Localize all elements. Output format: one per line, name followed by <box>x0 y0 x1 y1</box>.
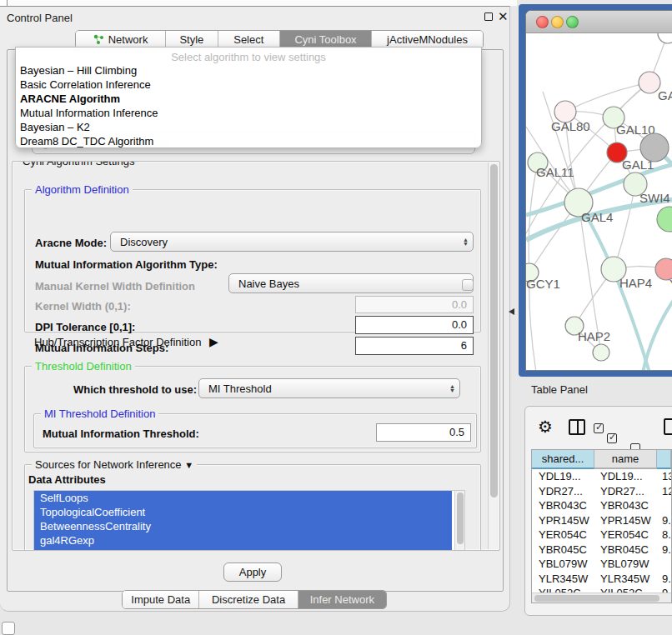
checked-box-icon[interactable] <box>594 423 604 433</box>
application-root: Control Panel ✕ Network Style Select Cyn… <box>0 0 672 635</box>
minimized-panel-icon[interactable] <box>2 622 15 635</box>
apply-button-label: Apply <box>239 566 267 578</box>
tab-label: Infer Network <box>310 593 374 606</box>
attributes-scrollbar[interactable] <box>454 491 464 551</box>
float-window-icon[interactable] <box>484 12 493 21</box>
network-node[interactable] <box>657 207 672 232</box>
network-canvas[interactable]: GALGAL80GAL10GAL1GAL11SWI4GAL4GCY1HAP4YH… <box>526 33 672 371</box>
mi-threshold-group-title: MI Threshold Definition <box>41 408 158 420</box>
data-attributes-label: Data Attributes <box>28 473 106 486</box>
tab-select[interactable]: Select <box>218 31 280 48</box>
table-header-row: shared... name <box>532 450 671 469</box>
kernel-width-field[interactable]: 0.0 <box>355 296 474 313</box>
network-node-label: SWI4 <box>639 191 670 205</box>
algorithm-option[interactable]: Basic Correlation Inference <box>20 78 151 91</box>
tab-label: Cyni Toolbox <box>294 33 356 46</box>
top-strip <box>0 0 517 6</box>
attribute-item-selected[interactable]: BetweennessCentrality <box>34 519 452 533</box>
sources-group-title: Sources for Network Inference ▼ <box>32 458 197 471</box>
kernel-width-label: Kernel Width (0,1): <box>35 300 131 312</box>
mi-type-combobox[interactable]: Naive Bayes ▲▼ <box>228 273 474 293</box>
table-row[interactable]: YBR045CYBR045C9. <box>532 542 671 558</box>
network-node[interactable] <box>593 344 609 361</box>
mouse-cursor <box>509 308 514 315</box>
which-threshold-value: MI Threshold <box>208 382 272 395</box>
tab-label: Impute Data <box>131 593 190 606</box>
apply-button[interactable]: Apply <box>223 562 282 582</box>
column-header-partial[interactable] <box>657 450 671 469</box>
algorithm-definition-group: Algorithm Definition Aracne Mode: Discov… <box>24 189 481 332</box>
network-node[interactable] <box>640 133 669 162</box>
expand-arrow-icon: ▶ <box>209 335 218 348</box>
threshold-definition-title: Threshold Definition <box>32 360 135 372</box>
document-icon-partial[interactable] <box>664 418 672 435</box>
table-row[interactable]: YBR043CYBR043C <box>532 498 671 513</box>
mi-type-value: Naive Bayes <box>238 278 299 290</box>
column-header-name[interactable]: name <box>594 450 657 469</box>
zoom-traffic-light[interactable] <box>566 16 579 28</box>
algorithm-option[interactable]: Bayesian – Hill Climbing <box>20 64 137 77</box>
attributes-scrollbar-thumb[interactable] <box>457 492 464 544</box>
algorithm-option[interactable]: Bayesian – K2 <box>20 121 90 133</box>
algorithm-option[interactable]: Mutual Information Inference <box>20 107 158 119</box>
table-h-scrollbar[interactable] <box>532 592 671 603</box>
attribute-item-selected[interactable]: SelfLoops <box>34 491 452 505</box>
sources-group: Sources for Network Inference ▼ Data Att… <box>24 464 481 551</box>
manual-kernel-checkbox[interactable] <box>462 279 474 291</box>
attribute-item-selected[interactable]: TopologicalCoefficient <box>34 505 452 519</box>
checked-box-icon[interactable] <box>607 433 617 443</box>
close-icon[interactable]: ✕ <box>498 9 509 24</box>
settings-scrollbar[interactable] <box>488 162 499 549</box>
attribute-item-clipped[interactable] <box>34 548 452 551</box>
aracne-mode-combobox[interactable]: Discovery ▲▼ <box>110 232 474 252</box>
mi-threshold-group: MI Threshold Definition Mutual Informati… <box>33 413 477 448</box>
minimize-traffic-light[interactable] <box>551 16 564 28</box>
table-row[interactable]: YPR145WYPR145W9. <box>532 513 671 528</box>
network-node-label: HAP2 <box>578 329 610 343</box>
column-header-shared-name[interactable]: shared... <box>532 450 594 469</box>
hub-definition-label: Hub/Transcription Factor Definition <box>34 336 201 348</box>
data-attributes-list[interactable]: SelfLoops TopologicalCoefficient Between… <box>33 490 465 551</box>
tab-impute-data[interactable]: Impute Data <box>123 591 199 608</box>
mi-threshold-field[interactable]: 0.5 <box>376 423 471 442</box>
gear-icon[interactable]: ⚙ <box>538 417 553 437</box>
network-node-label: GAL4 <box>581 210 613 224</box>
algorithm-option-highlighted[interactable]: ARACNE Algorithm <box>20 92 120 105</box>
network-node-label: HAP4 <box>619 276 652 290</box>
table-row[interactable]: YDL19...YDL19...13 <box>532 469 671 484</box>
mi-type-label: Mutual Information Algorithm Type: <box>35 258 218 271</box>
collapse-arrow-icon[interactable]: ▼ <box>184 460 193 470</box>
table-row[interactable]: YBL079WYBL079W <box>532 557 671 572</box>
table-h-scrollbar-thumb[interactable] <box>534 595 659 602</box>
cyni-algorithm-settings-group: Cyni Algorithm Settings Algorithm Defini… <box>12 161 500 551</box>
tab-network[interactable]: Network <box>76 31 166 48</box>
network-node-label: GAL11 <box>536 165 574 179</box>
settings-scrollbar-thumb[interactable] <box>490 164 498 498</box>
which-threshold-label: Which threshold to use: <box>73 383 197 396</box>
table-row[interactable]: YER054CYER054C8. <box>532 528 671 542</box>
tab-infer-network[interactable]: Infer Network <box>298 591 386 608</box>
tab-cyni-toolbox[interactable]: Cyni Toolbox <box>280 31 372 48</box>
tab-jactivemnodules[interactable]: jActiveMNodules <box>372 31 483 48</box>
table-row[interactable]: YIL052CYIL052C9 <box>532 586 671 592</box>
control-panel: Control Panel ✕ Network Style Select Cyn… <box>0 6 510 612</box>
hub-definition-toggle[interactable]: Hub/Transcription Factor Definition ▶ <box>34 335 218 348</box>
attribute-item-selected[interactable]: gal4RGexp <box>34 533 452 548</box>
which-threshold-combobox[interactable]: MI Threshold ▲▼ <box>198 378 460 398</box>
node-table: shared... name YDL19...YDL19...13 YDR27.… <box>531 449 672 603</box>
table-row[interactable]: YLR345WYLR345W9. <box>532 572 671 587</box>
table-row[interactable]: YDR27...YDR27...12 <box>532 484 671 499</box>
aracne-mode-value: Discovery <box>120 236 168 248</box>
dpi-tolerance-field[interactable]: 0.0 <box>355 316 474 334</box>
tab-style[interactable]: Style <box>166 31 218 48</box>
network-node[interactable] <box>658 33 672 43</box>
table-panel-title: Table Panel <box>531 383 588 396</box>
algorithm-placeholder: Select algorithm to view settings <box>16 51 481 63</box>
mi-steps-field[interactable]: 6 <box>355 337 474 355</box>
algorithm-option[interactable]: Dream8 DC_TDC Algorithm <box>20 135 153 148</box>
split-columns-icon[interactable] <box>569 419 585 435</box>
close-traffic-light[interactable] <box>536 16 549 28</box>
tab-discretize-data[interactable]: Discretize Data <box>199 591 298 608</box>
network-window-titlebar[interactable] <box>526 11 672 33</box>
combo-arrows-icon: ▲▼ <box>449 379 455 398</box>
